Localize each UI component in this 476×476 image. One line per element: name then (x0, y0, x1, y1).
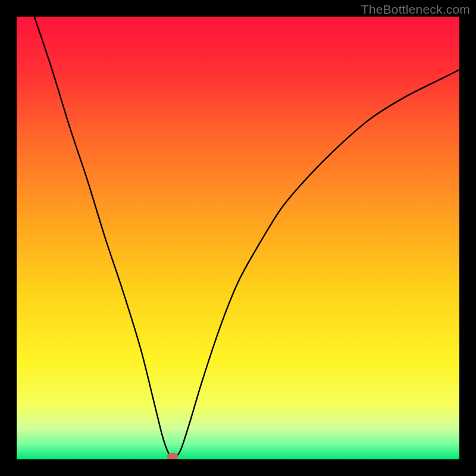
chart-frame: TheBottleneck.com (0, 0, 476, 476)
plot-area (17, 17, 459, 459)
chart-canvas (17, 17, 459, 459)
gradient-background (17, 17, 459, 459)
watermark-text: TheBottleneck.com (361, 2, 470, 17)
